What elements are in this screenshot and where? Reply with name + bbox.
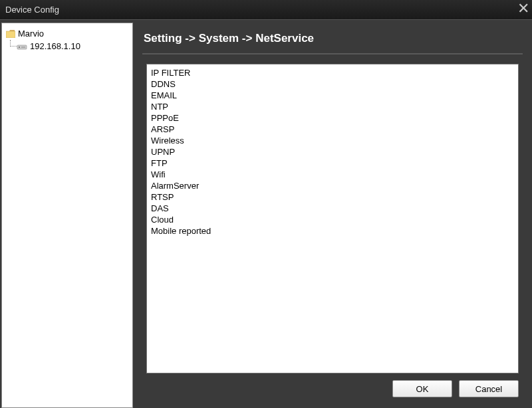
ok-button[interactable]: OK <box>392 380 452 397</box>
close-icon[interactable]: ✕ <box>517 1 529 16</box>
breadcrumb: Setting -> System -> NetService <box>142 28 523 54</box>
window-title: Device Config <box>5 5 527 15</box>
svg-point-2 <box>19 47 20 48</box>
list-item[interactable]: Cloud <box>151 214 514 225</box>
titlebar: Device Config ✕ <box>0 0 532 20</box>
main-panel: Setting -> System -> NetService IP FILTE… <box>133 23 532 408</box>
tree-root-label: Marvio <box>18 29 44 39</box>
list-item[interactable]: NTP <box>151 101 514 112</box>
list-item[interactable]: FTP <box>151 157 514 169</box>
netservice-listbox[interactable]: IP FILTERDDNSEMAILNTPPPPoEARSPWirelessUP… <box>146 64 519 373</box>
tree-child-node[interactable]: 192.168.1.10 <box>5 40 130 52</box>
cancel-button[interactable]: Cancel <box>459 380 519 397</box>
device-config-window: Device Config ✕ Marvio <box>0 0 532 408</box>
tree-child-label: 192.168.1.10 <box>30 41 80 51</box>
device-tree-sidebar: Marvio 192.168.1.10 <box>1 23 133 408</box>
list-item[interactable]: IP FILTER <box>151 67 514 78</box>
list-item[interactable]: DDNS <box>151 78 514 90</box>
folder-icon <box>6 30 15 38</box>
list-item[interactable]: DAS <box>151 203 514 214</box>
button-row: OK Cancel <box>142 373 523 403</box>
list-item[interactable]: Wireless <box>151 135 514 146</box>
window-body: Marvio 192.168.1.10 Setting -> System ->… <box>0 20 532 408</box>
list-item[interactable]: AlarmServer <box>151 180 514 191</box>
list-item[interactable]: Mobile reported <box>151 225 514 237</box>
svg-rect-3 <box>21 47 25 48</box>
list-item[interactable]: UPNP <box>151 146 514 157</box>
list-item[interactable]: PPPoE <box>151 112 514 124</box>
svg-rect-0 <box>6 31 15 38</box>
tree-connector <box>10 40 17 47</box>
list-item[interactable]: EMAIL <box>151 90 514 101</box>
list-item[interactable]: RTSP <box>151 191 514 203</box>
list-item[interactable]: ARSP <box>151 124 514 135</box>
tree-root-node[interactable]: Marvio <box>5 27 130 40</box>
device-icon <box>17 43 27 51</box>
list-item[interactable]: Wifi <box>151 169 514 180</box>
